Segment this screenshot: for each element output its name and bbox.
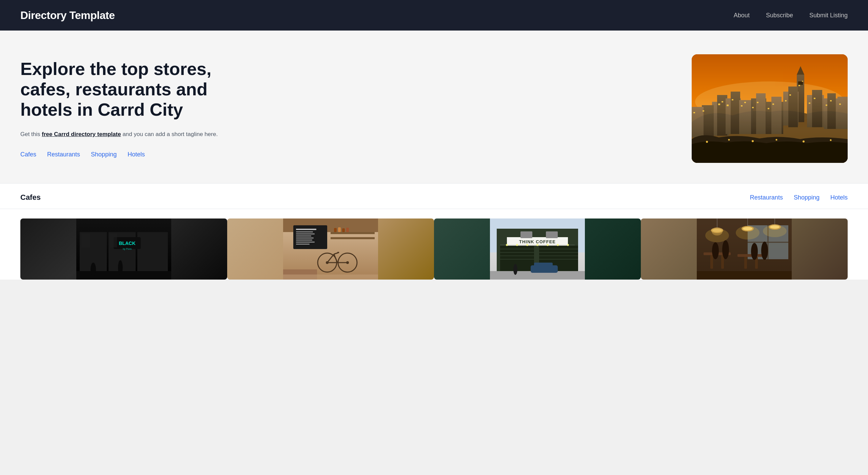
- svg-rect-59: [110, 234, 117, 247]
- hero-cat-hotels[interactable]: Hotels: [127, 151, 145, 158]
- svg-rect-6: [788, 87, 798, 127]
- svg-point-113: [547, 244, 549, 246]
- listings-section: Cafes Restaurants Shopping Hotels: [0, 183, 868, 280]
- nav-about[interactable]: About: [734, 12, 750, 19]
- svg-rect-118: [534, 263, 553, 267]
- listings-header: Cafes Restaurants Shopping Hotels: [0, 184, 868, 209]
- svg-rect-90: [283, 274, 378, 280]
- hero-subtitle-before: Get this: [20, 131, 42, 137]
- listing-card[interactable]: THINK COFFEE: [434, 218, 641, 280]
- svg-rect-23: [718, 103, 720, 105]
- svg-rect-53: [137, 232, 168, 273]
- svg-rect-68: [296, 235, 311, 236]
- listings-nav: Restaurants Shopping Hotels: [750, 194, 848, 201]
- svg-rect-18: [692, 107, 704, 137]
- listings-nav-restaurants[interactable]: Restaurants: [750, 194, 783, 201]
- svg-point-60: [91, 263, 96, 276]
- svg-rect-25: [727, 104, 729, 106]
- listing-card-image: [227, 218, 434, 280]
- svg-rect-34: [789, 94, 791, 96]
- svg-point-45: [728, 139, 730, 141]
- listing-card-image: [641, 218, 848, 280]
- hero-template-link[interactable]: free Carrd directory template: [42, 131, 121, 137]
- listing-card[interactable]: [227, 218, 434, 280]
- svg-rect-15: [731, 92, 740, 134]
- svg-rect-22: [771, 97, 782, 134]
- hero-cat-restaurants[interactable]: Restaurants: [47, 151, 80, 158]
- hero-cat-cafes[interactable]: Cafes: [20, 151, 36, 158]
- svg-rect-4: [798, 81, 803, 85]
- svg-rect-72: [296, 244, 310, 245]
- svg-rect-88: [342, 228, 345, 232]
- svg-point-48: [803, 140, 805, 142]
- listing-card[interactable]: [641, 218, 848, 280]
- svg-rect-85: [331, 232, 375, 234]
- listings-grid: BLACK by Plura: [0, 209, 868, 280]
- hero-cat-shopping[interactable]: Shopping: [91, 151, 117, 158]
- svg-text:THINK COFFEE: THINK COFFEE: [519, 239, 556, 244]
- svg-rect-40: [830, 100, 832, 101]
- hero-image: [692, 54, 848, 163]
- hero-title: Explore the top stores, cafes, restauran…: [20, 59, 237, 120]
- nav-subscribe[interactable]: Subscribe: [766, 12, 793, 19]
- svg-point-110: [516, 244, 518, 246]
- listings-nav-hotels[interactable]: Hotels: [830, 194, 848, 201]
- svg-point-115: [567, 244, 569, 246]
- nav-links: About Subscribe Submit Listing: [734, 12, 848, 19]
- svg-rect-24: [722, 101, 723, 102]
- hero-subtitle: Get this free Carrd directory template a…: [20, 130, 237, 139]
- svg-rect-37: [809, 102, 810, 104]
- svg-rect-39: [826, 104, 827, 106]
- svg-rect-29: [752, 107, 754, 108]
- svg-rect-89: [346, 228, 349, 232]
- svg-rect-31: [768, 108, 769, 109]
- navbar: Directory Template About Subscribe Submi…: [0, 0, 868, 31]
- listing-card[interactable]: BLACK by Plura: [20, 218, 227, 280]
- svg-rect-70: [296, 240, 312, 241]
- svg-point-61: [118, 260, 123, 275]
- svg-rect-27: [741, 105, 743, 107]
- svg-rect-57: [76, 271, 171, 280]
- svg-rect-33: [785, 100, 787, 101]
- site-brand[interactable]: Directory Template: [20, 9, 115, 22]
- hero-categories: Cafes Restaurants Shopping Hotels: [20, 151, 237, 158]
- svg-rect-35: [798, 85, 800, 86]
- svg-rect-36: [802, 81, 803, 82]
- svg-rect-30: [757, 102, 758, 103]
- svg-rect-8: [812, 90, 822, 127]
- svg-rect-71: [296, 242, 315, 243]
- listings-nav-shopping[interactable]: Shopping: [794, 194, 820, 201]
- svg-rect-86: [334, 228, 337, 232]
- svg-rect-41: [839, 103, 841, 105]
- svg-point-47: [776, 139, 777, 141]
- svg-text:BLACK: BLACK: [119, 241, 136, 246]
- svg-point-119: [513, 264, 517, 275]
- listing-card-image: BLACK by Plura: [20, 218, 227, 280]
- svg-rect-67: [296, 233, 315, 234]
- nav-submit-listing[interactable]: Submit Listing: [809, 12, 848, 19]
- svg-rect-150: [697, 218, 792, 280]
- svg-rect-17: [702, 105, 714, 137]
- svg-rect-58: [81, 234, 90, 247]
- svg-rect-69: [296, 238, 314, 239]
- svg-rect-26: [732, 99, 733, 100]
- svg-rect-66: [296, 231, 313, 232]
- svg-rect-106: [520, 231, 532, 238]
- svg-rect-32: [772, 103, 774, 105]
- svg-point-109: [506, 244, 508, 246]
- svg-rect-38: [814, 98, 815, 99]
- listings-title: Cafes: [20, 193, 41, 202]
- hero-city-illustration: [692, 54, 848, 163]
- svg-rect-11: [837, 97, 848, 129]
- svg-point-112: [536, 244, 538, 246]
- svg-rect-65: [296, 229, 316, 230]
- svg-rect-42: [703, 110, 704, 112]
- hero-text: Explore the top stores, cafes, restauran…: [20, 59, 237, 158]
- svg-rect-84: [331, 237, 375, 239]
- svg-point-49: [830, 139, 832, 141]
- svg-rect-20: [756, 93, 766, 134]
- svg-point-111: [526, 244, 528, 246]
- hero-subtitle-after: and you can add a short tagline here.: [121, 131, 218, 137]
- svg-rect-28: [744, 102, 746, 103]
- svg-point-46: [752, 140, 754, 142]
